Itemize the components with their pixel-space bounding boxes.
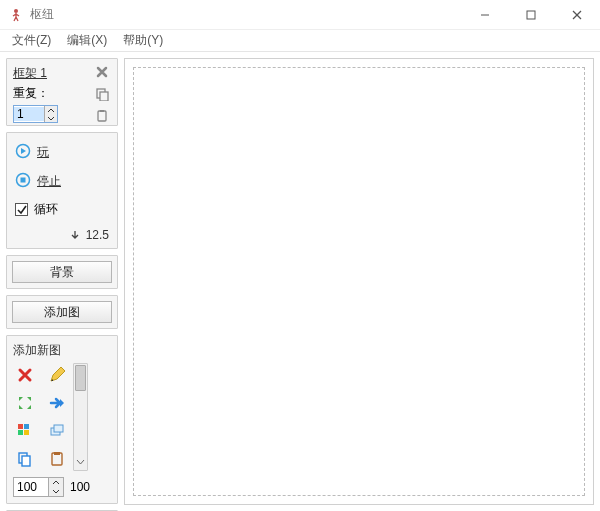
left-column: 框架 1 重复： bbox=[6, 58, 118, 505]
zoom-display: 100 bbox=[70, 480, 90, 494]
tool-delete-icon[interactable] bbox=[13, 363, 37, 387]
copy-frame-icon[interactable] bbox=[93, 85, 111, 103]
tools-scrollbar[interactable] bbox=[73, 363, 88, 471]
delete-frame-icon[interactable] bbox=[93, 63, 111, 81]
svg-rect-21 bbox=[54, 452, 60, 455]
background-button[interactable]: 背景 bbox=[12, 261, 112, 283]
tool-copy-icon[interactable] bbox=[13, 447, 37, 471]
svg-rect-2 bbox=[527, 11, 535, 19]
close-button[interactable] bbox=[554, 0, 600, 30]
svg-rect-11 bbox=[21, 178, 26, 183]
loop-checkbox[interactable] bbox=[15, 203, 28, 216]
stop-icon[interactable] bbox=[15, 172, 31, 191]
tools-panel: 添加新图 bbox=[6, 335, 118, 504]
stop-button[interactable]: 停止 bbox=[37, 173, 61, 190]
tool-pencil-icon[interactable] bbox=[45, 363, 69, 387]
repeat-spinner[interactable] bbox=[13, 105, 58, 123]
frame-label[interactable]: 框架 1 bbox=[13, 65, 47, 82]
app-icon bbox=[8, 7, 24, 23]
zoom-down[interactable] bbox=[49, 487, 63, 496]
tools-title: 添加新图 bbox=[13, 342, 111, 359]
menu-edit[interactable]: 编辑(X) bbox=[59, 30, 115, 51]
scrollbar-down-icon[interactable] bbox=[74, 455, 87, 469]
play-icon[interactable] bbox=[15, 143, 31, 162]
repeat-up[interactable] bbox=[45, 106, 57, 114]
svg-rect-15 bbox=[24, 430, 29, 435]
content-area: 框架 1 重复： bbox=[0, 52, 600, 511]
tool-arrow-right-icon[interactable] bbox=[45, 391, 69, 415]
svg-point-0 bbox=[14, 9, 18, 13]
canvas-selection bbox=[133, 67, 585, 496]
zoom-spinner[interactable] bbox=[13, 477, 64, 497]
add-image-button[interactable]: 添加图 bbox=[12, 301, 112, 323]
svg-rect-7 bbox=[98, 111, 106, 121]
background-panel: 背景 bbox=[6, 255, 118, 289]
titlebar: 枢纽 bbox=[0, 0, 600, 30]
maximize-button[interactable] bbox=[508, 0, 554, 30]
window-title: 枢纽 bbox=[30, 6, 54, 23]
frame-panel: 框架 1 重复： bbox=[6, 58, 118, 126]
repeat-label: 重复： bbox=[13, 85, 49, 102]
zoom-up[interactable] bbox=[49, 478, 63, 487]
repeat-down[interactable] bbox=[45, 114, 57, 122]
minimize-button[interactable] bbox=[462, 0, 508, 30]
tool-layers-icon[interactable] bbox=[45, 419, 69, 443]
tool-color-grid-icon[interactable] bbox=[13, 419, 37, 443]
menu-file[interactable]: 文件(Z) bbox=[4, 30, 59, 51]
play-button[interactable]: 玩 bbox=[37, 144, 49, 161]
tool-paste-icon[interactable] bbox=[45, 447, 69, 471]
zoom-input[interactable] bbox=[14, 478, 48, 496]
paste-frame-icon[interactable] bbox=[93, 107, 111, 125]
tools-grid bbox=[13, 363, 69, 471]
loop-label: 循环 bbox=[34, 201, 58, 218]
play-panel: 玩 停止 循环 12.5 bbox=[6, 132, 118, 249]
scrollbar-thumb[interactable] bbox=[75, 365, 86, 391]
add-image-panel: 添加图 bbox=[6, 295, 118, 329]
svg-rect-6 bbox=[100, 92, 108, 101]
canvas-area[interactable] bbox=[124, 58, 594, 505]
speed-down-icon[interactable] bbox=[68, 228, 82, 242]
menu-help[interactable]: 帮助(Y) bbox=[115, 30, 171, 51]
svg-rect-12 bbox=[18, 424, 23, 429]
svg-rect-17 bbox=[54, 425, 63, 432]
repeat-input[interactable] bbox=[14, 107, 44, 121]
menubar: 文件(Z) 编辑(X) 帮助(Y) bbox=[0, 30, 600, 52]
tool-expand-icon[interactable] bbox=[13, 391, 37, 415]
speed-value: 12.5 bbox=[86, 228, 109, 242]
svg-rect-13 bbox=[24, 424, 29, 429]
svg-rect-8 bbox=[100, 110, 104, 112]
svg-rect-14 bbox=[18, 430, 23, 435]
svg-rect-19 bbox=[22, 456, 30, 466]
